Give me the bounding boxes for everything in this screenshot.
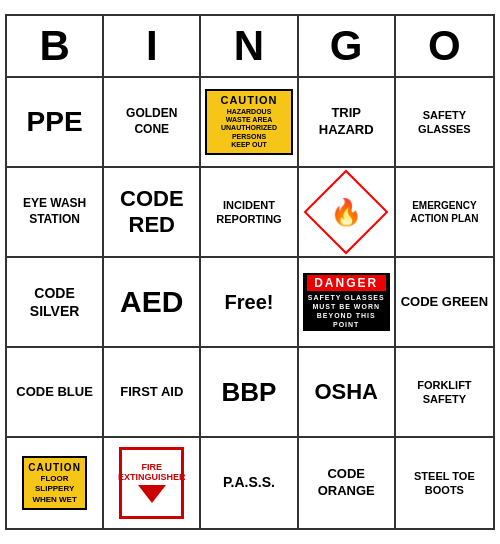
bingo-header: B I N G O [7, 16, 493, 78]
cell-trip-hazard[interactable]: TRIP HAZARD [299, 78, 396, 168]
danger-body: SAFETY GLASSESMUST BE WORNBEYOND THIS PO… [307, 293, 386, 329]
pass-label: P.A.S.S. [223, 473, 275, 493]
cell-incident-reporting[interactable]: INCIDENT REPORTING [201, 168, 298, 258]
cell-emergency-action-plan[interactable]: EMERGENCY ACTION PLAN [396, 168, 493, 258]
code-red-label: CODE RED [108, 186, 195, 239]
letter-g: G [299, 16, 396, 76]
first-aid-label: FIRST AID [120, 384, 183, 401]
cell-code-silver[interactable]: CODE SILVER [7, 258, 104, 348]
ghs-diamond-border: 🔥 [304, 170, 389, 255]
steel-toe-label: STEEL TOE BOOTS [400, 469, 489, 498]
safety-glasses-label: SAFETY GLASSES [400, 108, 489, 137]
letter-i: I [104, 16, 201, 76]
cell-steel-toe-boots[interactable]: STEEL TOE BOOTS [396, 438, 493, 528]
ppe-label: PPE [27, 106, 83, 138]
fire-label: FIREEXTINGUISHER [118, 463, 186, 483]
cell-bbp[interactable]: BBP [201, 348, 298, 438]
cell-golden-cone[interactable]: GOLDEN CONE [104, 78, 201, 168]
cell-osha[interactable]: OSHA [299, 348, 396, 438]
letter-b: B [7, 16, 104, 76]
cell-caution-floor[interactable]: CAUTION FLOORSLIPPERYWHEN WET [7, 438, 104, 528]
cell-safety-glasses[interactable]: SAFETY GLASSES [396, 78, 493, 168]
cell-fire-extinguisher[interactable]: FIREEXTINGUISHER [104, 438, 201, 528]
letter-o: O [396, 16, 493, 76]
fire-arrow-icon [138, 485, 166, 503]
caution-floor-sign: CAUTION FLOORSLIPPERYWHEN WET [22, 456, 87, 510]
trip-hazard-label: TRIP HAZARD [303, 105, 390, 139]
bingo-grid: PPE GOLDEN CONE CAUTION HAZARDOUSWASTE A… [7, 78, 493, 528]
cell-code-red[interactable]: CODE RED [104, 168, 201, 258]
caution-hazardous-sign: CAUTION HAZARDOUSWASTE AREAUNAUTHORIZED … [205, 89, 292, 154]
flame-symbol: 🔥 [330, 197, 362, 228]
cell-pass[interactable]: P.A.S.S. [201, 438, 298, 528]
cell-code-blue[interactable]: CODE BLUE [7, 348, 104, 438]
golden-cone-label: GOLDEN CONE [108, 106, 195, 137]
ghs-flame-icon: 🔥 [316, 182, 376, 242]
letter-n: N [201, 16, 298, 76]
cell-eye-wash[interactable]: EYE WASH STATION [7, 168, 104, 258]
caution-title: CAUTION [211, 94, 286, 107]
bingo-card: B I N G O PPE GOLDEN CONE CAUTION HAZARD… [5, 14, 495, 530]
caution-floor-body: FLOORSLIPPERYWHEN WET [28, 474, 81, 505]
eye-wash-label: EYE WASH STATION [11, 196, 98, 227]
cell-ghs-flame[interactable]: 🔥 [299, 168, 396, 258]
danger-title: DANGER [307, 275, 386, 291]
caution-floor-title: CAUTION [28, 461, 81, 474]
forklift-label: FORKLIFT SAFETY [400, 378, 489, 407]
fire-extinguisher-sign: FIREEXTINGUISHER [119, 447, 184, 519]
cell-code-orange[interactable]: CODE ORANGE [299, 438, 396, 528]
code-green-label: CODE GREEN [401, 294, 488, 311]
aed-label: AED [120, 285, 183, 319]
free-label: Free! [225, 291, 274, 314]
cell-free[interactable]: Free! [201, 258, 298, 348]
incident-label: INCIDENT REPORTING [205, 198, 292, 227]
cell-danger-glasses[interactable]: DANGER SAFETY GLASSESMUST BE WORNBEYOND … [299, 258, 396, 348]
cell-first-aid[interactable]: FIRST AID [104, 348, 201, 438]
cell-aed[interactable]: AED [104, 258, 201, 348]
cell-ppe[interactable]: PPE [7, 78, 104, 168]
code-orange-label: CODE ORANGE [303, 466, 390, 500]
code-blue-label: CODE BLUE [16, 384, 93, 401]
eap-label: EMERGENCY ACTION PLAN [400, 199, 489, 225]
cell-code-green[interactable]: CODE GREEN [396, 258, 493, 348]
bbp-label: BBP [222, 377, 277, 408]
osha-label: OSHA [314, 379, 378, 405]
cell-forklift-safety[interactable]: FORKLIFT SAFETY [396, 348, 493, 438]
caution-body: HAZARDOUSWASTE AREAUNAUTHORIZED PERSONSK… [211, 108, 286, 150]
cell-caution-hazardous[interactable]: CAUTION HAZARDOUSWASTE AREAUNAUTHORIZED … [201, 78, 298, 168]
danger-glasses-sign: DANGER SAFETY GLASSESMUST BE WORNBEYOND … [303, 273, 390, 331]
code-silver-label: CODE SILVER [11, 284, 98, 320]
